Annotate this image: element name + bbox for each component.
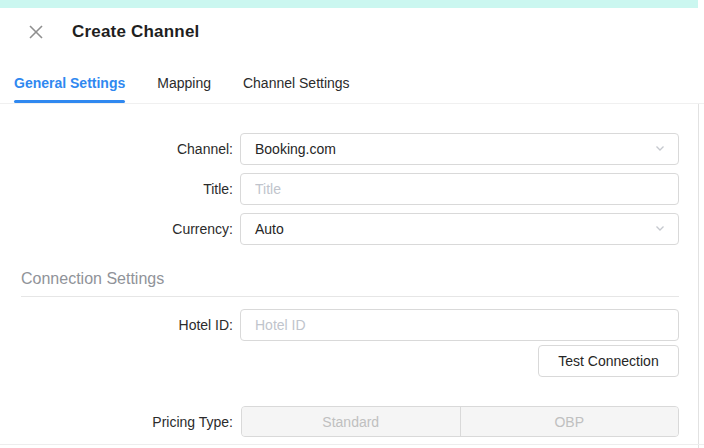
channel-row: Channel: Booking.com [0,133,704,165]
title-label: Title: [0,173,233,205]
tab-general-settings[interactable]: General Settings [14,62,125,103]
tab-label: Channel Settings [243,75,350,91]
page-title: Create Channel [72,22,200,42]
pricing-option-standard[interactable]: Standard [242,407,460,436]
content-bottom-divider [0,444,704,445]
chevron-down-icon [654,220,666,238]
currency-select[interactable]: Auto [240,213,679,245]
pricing-type-label: Pricing Type: [0,406,233,438]
section-divider [21,296,679,297]
connection-settings-section-title: Connection Settings [21,270,164,288]
pricing-type-segmented-control: Standard OBP [241,406,679,437]
tab-bar: General Settings Mapping Channel Setting… [0,62,704,104]
pricing-option-obp[interactable]: OBP [460,407,679,436]
tab-channel-settings[interactable]: Channel Settings [243,62,350,103]
title-row: Title: [0,173,704,205]
currency-row: Currency: Auto [0,213,704,245]
hotel-id-label: Hotel ID: [0,309,233,341]
pricing-type-row: Pricing Type: Standard OBP [0,406,704,437]
channel-select[interactable]: Booking.com [240,133,679,165]
title-input[interactable] [240,173,679,205]
chevron-down-icon [654,140,666,158]
tab-label: Mapping [157,75,211,91]
tab-mapping[interactable]: Mapping [157,62,211,103]
close-icon[interactable] [27,23,45,41]
hotel-id-input[interactable] [240,309,679,341]
channel-label: Channel: [0,133,233,165]
currency-label: Currency: [0,213,233,245]
top-accent-strip [0,0,698,8]
channel-select-value: Booking.com [255,141,654,157]
test-connection-button[interactable]: Test Connection [538,345,679,377]
currency-select-value: Auto [255,221,654,237]
hotel-id-row: Hotel ID: [0,309,704,341]
content-right-border [698,104,699,448]
tab-label: General Settings [14,75,125,91]
test-connection-row: Test Connection [0,345,704,377]
